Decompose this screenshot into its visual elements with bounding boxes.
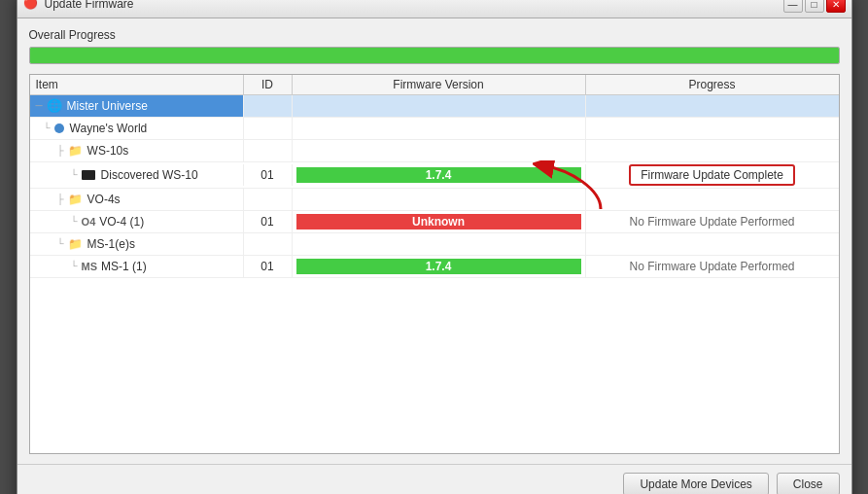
col-firmware: Firmware Version — [293, 75, 586, 94]
item-label: VO-4s — [87, 193, 121, 206]
firmware-green-badge: 1.7.4 — [296, 167, 581, 183]
device-dot-icon — [54, 124, 64, 133]
id-cell — [244, 189, 293, 210]
item-cell: └ O4 VO-4 (1) — [30, 211, 244, 232]
col-id: ID — [244, 75, 293, 94]
id-cell — [244, 233, 293, 255]
device-table: Item ID Firmware Version Progress ─ 🌐 Mi… — [29, 74, 840, 454]
branch-icon: └ — [57, 238, 64, 249]
progress-cell — [586, 189, 839, 210]
leaf-icon: └ — [71, 216, 78, 227]
tree-item-root: ─ 🌐 Mister Universe — [36, 98, 148, 113]
minimize-button[interactable]: — — [783, 0, 803, 13]
table-row: └ O4 VO-4 (1) 01 Unknown — [30, 211, 839, 233]
title-controls: — □ ✕ — [783, 0, 846, 13]
item-cell: ├ 📁 WS-10s — [30, 140, 244, 161]
close-button[interactable]: ✕ — [826, 0, 846, 13]
item-label: MS-1(e)s — [87, 237, 135, 251]
id-cell: 01 — [244, 211, 293, 232]
overall-progress-bar — [29, 47, 840, 64]
item-cell: ─ 🌐 Mister Universe — [30, 95, 244, 117]
title-bar-left: 🔴 Update Firmware — [23, 0, 134, 12]
table-row: ─ 🌐 Mister Universe — [30, 95, 839, 118]
firmware-cell — [293, 233, 586, 255]
no-update-label: No Firmware Update Performed — [592, 215, 833, 229]
item-cell: ├ 📁 VO-4s — [30, 189, 244, 210]
empty-space — [30, 278, 839, 453]
table-row: └ 📁 MS-1(e)s — [30, 233, 839, 256]
progress-cell: Firmware Update Complete — [586, 162, 839, 188]
id-cell: 01 — [244, 256, 293, 277]
tree-item: ├ 📁 VO-4s — [57, 193, 121, 206]
id-cell — [244, 118, 293, 139]
firmware-version-cell: Unknown — [293, 211, 586, 232]
window-body: Overall Progress Item ID Firmware Versio… — [17, 18, 851, 464]
ws10-device-icon — [82, 170, 95, 180]
progress-cell — [586, 233, 839, 255]
item-cell: └ MS MS-1 (1) — [30, 256, 244, 277]
firmware-cell — [293, 95, 586, 117]
firmware-version-cell: 1.7.4 — [293, 164, 586, 186]
item-label: WS-10s — [87, 144, 129, 158]
firmware-green-badge: 1.7.4 — [296, 259, 581, 274]
overall-progress-label: Overall Progress — [29, 28, 840, 42]
firmware-version-cell: 1.7.4 — [293, 256, 586, 277]
firmware-cell — [293, 189, 586, 210]
branch-icon: ├ — [57, 145, 64, 156]
progress-cell — [586, 118, 839, 139]
firmware-cell — [293, 140, 586, 161]
id-cell — [244, 95, 293, 117]
branch-icon: ├ — [57, 194, 64, 204]
leaf-icon: └ — [71, 169, 78, 180]
item-cell: └ 📁 MS-1(e)s — [30, 233, 244, 255]
progress-cell — [586, 95, 839, 117]
progress-cell — [586, 140, 839, 161]
col-progress: Progress — [586, 75, 839, 94]
id-cell: 01 — [244, 164, 293, 186]
main-window: 🔴 Update Firmware — □ ✕ Overall Progress… — [17, 0, 852, 494]
item-label: MS-1 (1) — [101, 260, 147, 273]
table-row: ├ 📁 VO-4s — [30, 189, 839, 211]
window-title: Update Firmware — [45, 0, 134, 11]
table-row: └ Wayne's World — [30, 118, 839, 140]
firmware-red-badge: Unknown — [296, 214, 581, 229]
firmware-update-complete-button[interactable]: Firmware Update Complete — [629, 164, 795, 186]
tree-item: └ 📁 MS-1(e)s — [57, 237, 135, 251]
close-button[interactable]: Close — [777, 473, 840, 495]
no-update-label: No Firmware Update Performed — [592, 260, 833, 273]
item-cell: └ Wayne's World — [30, 118, 244, 139]
item-label: Mister Universe — [67, 99, 148, 113]
table-row: └ Discovered WS-10 01 1.7.4 Firmware Upd… — [30, 162, 839, 189]
col-item: Item — [30, 75, 244, 94]
firmware-cell — [293, 118, 586, 139]
table-row: ├ 📁 WS-10s — [30, 140, 839, 162]
folder-icon: 📁 — [68, 144, 83, 158]
id-cell — [244, 140, 293, 161]
folder-icon: 📁 — [68, 193, 83, 206]
tree-item: └ Discovered WS-10 — [71, 168, 198, 182]
progress-cell: No Firmware Update Performed — [586, 256, 839, 277]
item-label: VO-4 (1) — [99, 215, 144, 229]
table-row: └ MS MS-1 (1) 01 1.7.4 No Firmware Updat… — [30, 256, 839, 278]
leaf-icon: └ — [71, 261, 78, 271]
tree-item: └ Wayne's World — [44, 122, 148, 135]
maximize-button[interactable]: □ — [805, 0, 824, 13]
table-header: Item ID Firmware Version Progress — [30, 75, 839, 95]
folder-icon: 📁 — [68, 237, 83, 251]
network-icon: 🌐 — [47, 98, 62, 113]
item-label: Discovered WS-10 — [101, 168, 198, 182]
update-more-button[interactable]: Update More Devices — [623, 473, 768, 495]
progress-bar-fill — [30, 48, 839, 63]
expand-icon: ─ — [36, 100, 43, 111]
item-cell: └ Discovered WS-10 — [30, 164, 244, 186]
vo4-device-label: O4 — [82, 216, 96, 228]
expand-icon: └ — [44, 123, 51, 133]
title-bar: 🔴 Update Firmware — □ ✕ — [17, 0, 851, 18]
tree-item: └ MS MS-1 (1) — [71, 260, 147, 273]
tree-item: └ O4 VO-4 (1) — [71, 215, 145, 229]
app-icon: 🔴 — [23, 0, 39, 12]
ms1-device-label: MS — [82, 261, 98, 272]
footer: Update More Devices Close — [17, 464, 851, 495]
tree-item: ├ 📁 WS-10s — [57, 144, 129, 158]
progress-cell: No Firmware Update Performed — [586, 211, 839, 232]
